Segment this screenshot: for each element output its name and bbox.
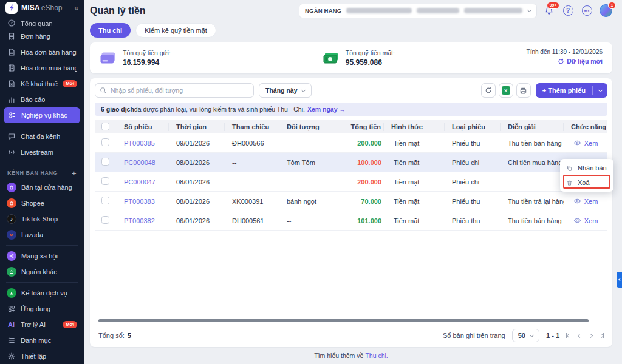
table-row[interactable]: PC000047 08/01/2026 -- -- 200.000 Tiền m… xyxy=(95,172,607,192)
sidebar-item-shopee[interactable]: Shopee xyxy=(0,195,84,211)
help-button[interactable]: ? xyxy=(561,4,575,18)
column-header[interactable]: Diễn giải xyxy=(501,123,564,131)
cell-type: Phiếu chi xyxy=(445,178,501,186)
view-now-link[interactable]: Xem ngay → xyxy=(307,106,346,113)
notification-badge: 99+ xyxy=(547,2,559,9)
sidebar-item-nguon-khac[interactable]: Nguồn khác xyxy=(0,264,84,280)
sidebar-item-ke-khai-thue[interactable]: Kê khai thuế Mới xyxy=(0,76,84,92)
row-checkbox[interactable] xyxy=(101,138,109,146)
column-header[interactable]: Chức năng xyxy=(564,123,607,131)
sidebar-item-don-hang[interactable]: Đơn hàng xyxy=(0,29,84,44)
voucher-id-link[interactable]: PT000382 xyxy=(117,217,169,224)
sidebar-item-chat-da-kenh[interactable]: Chat đa kênh xyxy=(0,129,84,144)
page-range: 1 - 1 xyxy=(546,332,559,339)
notifications-button[interactable]: 99+ xyxy=(542,4,556,18)
top-right-cluster: NGÂN HÀNG 99+ ? ⋯ 1 xyxy=(299,4,612,18)
table-header: Số phiếu Thời gian Tham chiếu Đối tượng … xyxy=(95,120,607,133)
bottom-bar: Tìm hiểu thêm về Thu chi. xyxy=(90,347,612,364)
social-icon xyxy=(7,251,16,261)
search-icon xyxy=(100,87,107,94)
cell-object: -- xyxy=(279,217,340,224)
sidebar-item-ung-dung[interactable]: Ứng dụng xyxy=(0,301,84,317)
next-page-button[interactable] xyxy=(589,334,592,337)
sidebar-item-hoa-don-ban-hang[interactable]: Hóa đơn bán hàng xyxy=(0,44,84,60)
column-header[interactable]: Hình thức xyxy=(384,123,445,131)
bank-card-icon xyxy=(100,51,117,66)
last-page-button[interactable] xyxy=(600,333,604,338)
voucher-id-link[interactable]: PC000047 xyxy=(117,178,169,186)
sidebar-item-hoa-don-mua-hang[interactable]: Hóa đơn mua hàng xyxy=(0,60,84,76)
row-checkbox[interactable] xyxy=(101,197,109,204)
row-checkbox[interactable] xyxy=(101,177,109,185)
accounting-icon xyxy=(7,288,16,298)
sales-invoice-icon xyxy=(7,48,16,57)
voucher-id-link[interactable]: PC000048 xyxy=(117,159,169,166)
sidebar-item-bao-cao[interactable]: Báo cáo xyxy=(0,92,84,107)
tab-thu-chi[interactable]: Thu chi xyxy=(90,23,131,38)
column-header[interactable]: Tổng tiền xyxy=(340,123,384,131)
select-all-checkbox[interactable] xyxy=(101,123,109,130)
cell-desc: Thu tiền bán hàng xyxy=(501,217,564,224)
sidebar-item-thiet-lap[interactable]: Thiết lập xyxy=(0,348,84,364)
add-voucher-button[interactable]: + Thêm phiếu xyxy=(536,83,607,98)
search-box xyxy=(95,83,254,98)
voucher-id-link[interactable]: PT000385 xyxy=(117,140,169,147)
export-excel-button[interactable]: X xyxy=(499,83,513,98)
column-header[interactable]: Đối tượng xyxy=(279,123,340,131)
sidebar-item-nghiep-vu-khac[interactable]: Nghiệp vụ khác xyxy=(4,107,80,123)
column-header[interactable]: Tham chiếu xyxy=(225,123,279,131)
sidebar-item-ban-tai-cua-hang[interactable]: Bán tại cửa hàng xyxy=(0,180,84,195)
bank-select[interactable]: NGÂN HÀNG xyxy=(299,4,537,18)
collapse-panel-tab[interactable] xyxy=(617,272,622,288)
row-checkbox[interactable] xyxy=(101,216,109,224)
more-button[interactable]: ⋯ xyxy=(580,4,593,18)
sidebar-item-danh-muc[interactable]: Danh mục xyxy=(0,332,84,348)
first-page-button[interactable] xyxy=(566,333,570,338)
search-input[interactable] xyxy=(95,83,254,98)
delete-menu-item[interactable]: Xoá xyxy=(560,175,613,190)
sidebar-item-ke-toan-dich-vu[interactable]: Kế toán dịch vụ xyxy=(0,285,84,301)
table-row[interactable]: PT000385 09/01/2026 ĐH000566 -- 200.000 … xyxy=(95,133,607,153)
sidebar-item-label: TikTok Shop xyxy=(21,215,58,223)
refresh-data-link[interactable]: Dữ liệu mới xyxy=(558,58,603,65)
period-filter[interactable]: Tháng này xyxy=(259,83,312,98)
per-page-select[interactable]: 50 xyxy=(512,329,539,342)
voucher-id-link[interactable]: PT000383 xyxy=(117,198,169,205)
account-button[interactable]: 1 xyxy=(599,4,612,18)
view-action[interactable]: Xem xyxy=(564,140,607,147)
column-header[interactable]: Thời gian xyxy=(169,123,225,131)
table-row[interactable]: PT000383 08/01/2026 XK000391 bánh ngọt 7… xyxy=(95,192,607,211)
view-action[interactable]: Xem xyxy=(564,217,607,224)
deposit-label: Tồn quỹ tiền gửi: xyxy=(123,49,171,56)
learn-more-link[interactable]: Thu chi. xyxy=(365,352,388,359)
sidebar-item-mang-xa-hoi[interactable]: Mạng xã hội xyxy=(0,248,84,264)
cell-object: bánh ngọt xyxy=(279,198,340,205)
cell-amount: 200.000 xyxy=(340,178,384,186)
sidebar-item-tro-ly-ai[interactable]: Ai Trợ lý AI Mới xyxy=(0,317,84,332)
print-button[interactable] xyxy=(516,83,531,98)
column-header[interactable]: Số phiếu xyxy=(117,123,169,131)
brand-logo[interactable]: MISA eShop « xyxy=(0,0,84,15)
sidebar-collapse-icon[interactable]: « xyxy=(74,4,78,12)
sidebar-item-tong-quan[interactable]: Tổng quan xyxy=(0,15,84,29)
prev-page-button[interactable] xyxy=(578,334,581,337)
sidebar-section-kenh-ban-hang: KÊNH BÁN HÀNG + xyxy=(0,166,84,180)
sidebar-item-tiktok-shop[interactable]: ♪ TikTok Shop xyxy=(0,211,84,227)
add-voucher-dropdown[interactable] xyxy=(593,90,607,92)
scrollbar-thumb[interactable] xyxy=(98,319,589,322)
column-header[interactable]: Loại phiếu xyxy=(445,123,501,131)
table-row[interactable]: PC000048 08/01/2026 -- Tôm Tôm 100.000 T… xyxy=(95,153,607,172)
transactions-table: Số phiếu Thời gian Tham chiếu Đối tượng … xyxy=(95,120,607,231)
view-action[interactable]: Xem xyxy=(564,198,607,205)
row-checkbox[interactable] xyxy=(101,158,109,166)
sidebar-item-lazada[interactable]: Lazada xyxy=(0,227,84,243)
add-channel-icon[interactable]: + xyxy=(72,169,77,178)
sidebar-item-livestream[interactable]: Livestream xyxy=(0,144,84,160)
horizontal-scrollbar[interactable] xyxy=(98,319,604,322)
sidebar-item-label: Thiết lập xyxy=(21,352,46,360)
reload-button[interactable] xyxy=(481,83,496,98)
tab-kiem-ke-quy-tien-mat[interactable]: Kiểm kê quỹ tiền mặt xyxy=(135,23,216,38)
duplicate-menu-item[interactable]: Nhân bản xyxy=(560,161,613,175)
table-row[interactable]: PT000382 06/01/2026 ĐH000561 -- 101.000 … xyxy=(95,211,607,231)
learn-more-text: Tìm hiểu thêm về xyxy=(314,352,363,359)
